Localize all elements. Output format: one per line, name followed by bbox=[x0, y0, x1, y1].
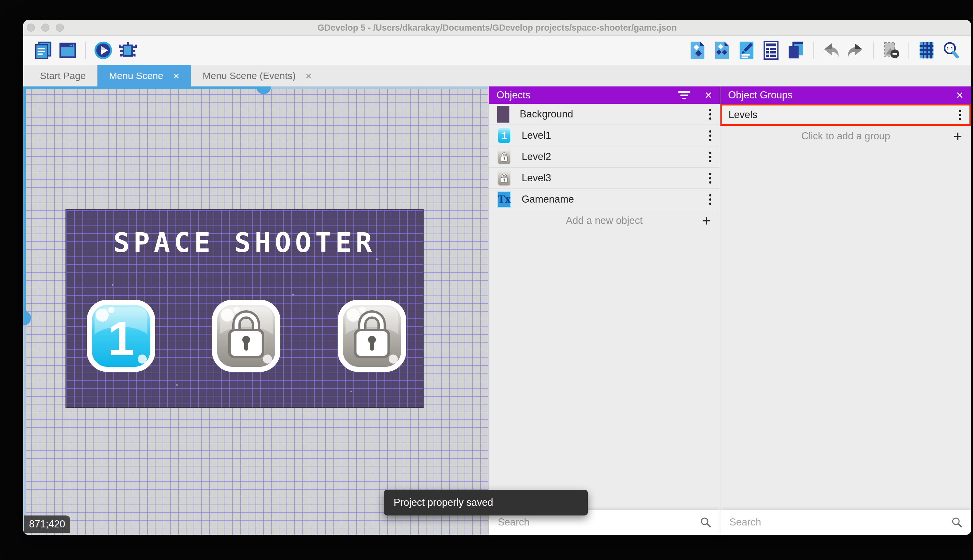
star-decoration bbox=[112, 284, 113, 286]
close-tab-icon[interactable]: × bbox=[173, 70, 179, 81]
level2-locked-thumbnail bbox=[497, 148, 511, 165]
star-decoration bbox=[350, 391, 352, 392]
groups-search-bar[interactable] bbox=[720, 510, 971, 535]
main-area: SPACE SHOOTER 1 bbox=[23, 87, 971, 535]
close-tab-icon[interactable]: × bbox=[305, 70, 312, 81]
add-group-row[interactable]: Click to add a group + bbox=[720, 126, 971, 147]
star-decoration bbox=[376, 258, 378, 260]
star-decoration bbox=[292, 294, 294, 295]
object-groups-panel-title: Object Groups bbox=[728, 89, 956, 101]
toolbar-separator bbox=[813, 42, 814, 59]
gdevelop-window: GDevelop 5 - /Users/dkarakay/Documents/G… bbox=[23, 20, 971, 535]
project-manager-icon[interactable] bbox=[34, 41, 53, 60]
add-group-label: Click to add a group bbox=[801, 130, 890, 142]
vertical-scrollbar[interactable] bbox=[23, 317, 26, 535]
object-row-background[interactable]: Background bbox=[489, 104, 720, 125]
minimize-window-button[interactable] bbox=[41, 23, 49, 32]
filter-icon[interactable] bbox=[678, 90, 691, 101]
tab-label: Menu Scene bbox=[109, 70, 163, 81]
horizontal-scrollbar-thumb[interactable] bbox=[256, 87, 271, 94]
plus-icon[interactable]: + bbox=[953, 129, 962, 143]
kebab-menu-icon[interactable] bbox=[707, 192, 713, 207]
object-name: Gamename bbox=[521, 193, 574, 205]
text-object-thumbnail: Tx bbox=[497, 191, 511, 208]
traffic-lights bbox=[27, 23, 64, 32]
add-object-label: Add a new object bbox=[566, 215, 643, 227]
vertical-scrollbar-thumb[interactable] bbox=[23, 311, 31, 325]
object-row-level2[interactable]: Level2 bbox=[489, 147, 720, 168]
zoom-original-icon[interactable]: 1:1 bbox=[942, 41, 960, 60]
toolbar: 1:1 bbox=[23, 36, 971, 65]
undo-icon[interactable] bbox=[822, 41, 840, 60]
horizontal-scrollbar[interactable] bbox=[23, 87, 263, 89]
save-toast: Project properly saved bbox=[384, 490, 588, 515]
background-thumbnail bbox=[497, 106, 510, 123]
objects-panel: Objects × Background 1 Level1 bbox=[488, 87, 720, 535]
toolbar-separator bbox=[85, 42, 86, 59]
object-name: Background bbox=[520, 108, 573, 120]
zoom-window-button[interactable] bbox=[56, 23, 64, 32]
grid-toggle-icon[interactable] bbox=[917, 41, 936, 60]
kebab-menu-icon[interactable] bbox=[707, 107, 713, 122]
object-row-gamename[interactable]: Tx Gamename bbox=[489, 189, 720, 210]
close-panel-icon[interactable]: × bbox=[956, 89, 963, 101]
level1-button-label: 1 bbox=[108, 312, 134, 365]
kebab-menu-icon[interactable] bbox=[707, 128, 713, 143]
search-icon bbox=[700, 517, 711, 528]
game-scene-background[interactable]: SPACE SHOOTER 1 bbox=[65, 209, 423, 408]
star-decoration bbox=[176, 384, 178, 386]
properties-icon[interactable] bbox=[737, 41, 756, 60]
groups-search-input[interactable] bbox=[729, 516, 951, 528]
debugger-icon[interactable] bbox=[118, 41, 137, 60]
object-groups-panel-icon[interactable] bbox=[713, 41, 731, 60]
mask-toggle-icon[interactable] bbox=[882, 41, 900, 60]
objects-search-input[interactable] bbox=[497, 516, 700, 528]
close-panel-icon[interactable]: × bbox=[705, 89, 712, 101]
plus-icon[interactable]: + bbox=[702, 213, 711, 228]
title-bar[interactable]: GDevelop 5 - /Users/dkarakay/Documents/G… bbox=[23, 20, 971, 36]
scene-window-icon[interactable] bbox=[58, 41, 77, 60]
play-preview-icon[interactable] bbox=[94, 41, 113, 60]
add-object-row[interactable]: Add a new object + bbox=[489, 210, 720, 231]
close-window-button[interactable] bbox=[27, 23, 35, 32]
level1-thumbnail: 1 bbox=[497, 127, 511, 144]
object-row-level3[interactable]: Level3 bbox=[489, 168, 720, 189]
tab-start-page[interactable]: Start Page bbox=[28, 65, 97, 87]
toolbar-separator bbox=[873, 42, 874, 59]
tab-menu-scene-events[interactable]: Menu Scene (Events) × bbox=[191, 65, 323, 87]
object-groups-panel-header: Object Groups × bbox=[720, 87, 971, 104]
tab-menu-scene[interactable]: Menu Scene × bbox=[97, 65, 191, 87]
group-name: Levels bbox=[728, 109, 758, 121]
zoom-ratio-label: 1:1 bbox=[946, 46, 953, 51]
toolbar-separator bbox=[908, 42, 909, 59]
window-title: GDevelop 5 - /Users/dkarakay/Documents/G… bbox=[23, 20, 971, 35]
search-icon bbox=[951, 517, 963, 528]
level2-locked-button[interactable] bbox=[210, 297, 282, 375]
group-row-levels[interactable]: Levels bbox=[720, 104, 971, 126]
cursor-coordinates: 871;420 bbox=[24, 515, 70, 533]
kebab-menu-icon[interactable] bbox=[957, 108, 963, 122]
instances-list-icon[interactable] bbox=[762, 41, 780, 60]
groups-list: Levels Click to add a group + bbox=[720, 104, 971, 535]
object-name: Level2 bbox=[521, 151, 551, 163]
game-title-text: SPACE SHOOTER bbox=[67, 227, 423, 258]
level3-locked-button[interactable] bbox=[336, 297, 408, 375]
object-name: Level1 bbox=[521, 130, 551, 141]
kebab-menu-icon[interactable] bbox=[707, 150, 713, 164]
objects-panel-header: Objects × bbox=[489, 87, 720, 104]
tab-bar: Start Page Menu Scene × Menu Scene (Even… bbox=[23, 65, 971, 87]
layers-icon[interactable] bbox=[786, 41, 805, 60]
redo-icon[interactable] bbox=[846, 41, 865, 60]
object-groups-panel: Object Groups × Levels Click to add a gr… bbox=[720, 87, 971, 535]
objects-panel-icon[interactable] bbox=[688, 41, 707, 60]
vertical-scrollbar[interactable] bbox=[23, 87, 26, 317]
tab-label: Menu Scene (Events) bbox=[203, 70, 295, 81]
kebab-menu-icon[interactable] bbox=[707, 171, 713, 185]
scene-editor-canvas[interactable]: SPACE SHOOTER 1 bbox=[23, 87, 488, 535]
objects-panel-title: Objects bbox=[496, 89, 678, 101]
level1-button[interactable]: 1 bbox=[85, 297, 157, 375]
horizontal-scrollbar[interactable] bbox=[263, 87, 488, 89]
tab-label: Start Page bbox=[40, 70, 86, 81]
objects-list: Background 1 Level1 Level2 bbox=[489, 104, 720, 535]
object-row-level1[interactable]: 1 Level1 bbox=[489, 125, 720, 147]
